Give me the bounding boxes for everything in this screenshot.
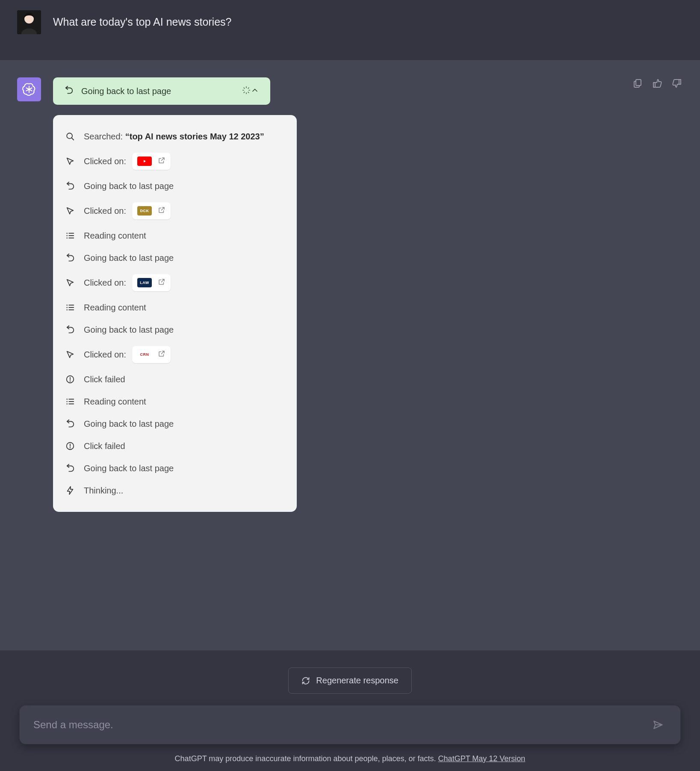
browsing-status-pill[interactable]: Going back to last page [53, 77, 270, 105]
svg-point-32 [67, 402, 67, 402]
back-arrow-icon [64, 86, 74, 97]
openai-logo-icon [21, 82, 37, 97]
disclaimer-text: ChatGPT may produce inaccurate informati… [175, 754, 438, 763]
external-link-icon [158, 155, 165, 167]
svg-marker-12 [144, 160, 146, 162]
lightning-icon [64, 486, 76, 495]
spinner-icon [242, 86, 251, 97]
browsing-step-read: Reading content [64, 296, 286, 319]
browsing-steps-panel: Searched: “top AI news stories May 12 20… [53, 115, 297, 512]
message-input-container[interactable] [20, 706, 680, 744]
assistant-message-row: Going back to last page Searched: “top A… [0, 60, 700, 650]
browsing-step-read: Reading content [64, 390, 286, 413]
chevron-up-icon [251, 86, 259, 97]
svg-point-16 [67, 233, 67, 233]
thumbs-up-button[interactable] [651, 77, 663, 89]
svg-point-17 [67, 236, 67, 236]
cursor-icon [64, 278, 76, 287]
thumbs-down-button[interactable] [671, 77, 683, 89]
browsing-step-search: Searched: “top AI news stories May 12 20… [64, 125, 286, 148]
browsing-step-back: Going back to last page [64, 457, 286, 479]
back-arrow-icon [64, 181, 76, 191]
regenerate-label: Regenerate response [316, 676, 398, 685]
browsing-step-read: Reading content [64, 225, 286, 247]
back-arrow-icon [64, 464, 76, 473]
cursor-icon [64, 157, 76, 166]
copy-button[interactable] [632, 77, 644, 89]
step-text: Going back to last page [84, 252, 174, 264]
regenerate-response-button[interactable]: Regenerate response [288, 668, 411, 694]
browsing-step-click: Clicked on:CRN [64, 341, 286, 368]
send-icon [653, 719, 664, 730]
alert-circle-icon [64, 375, 76, 384]
svg-rect-37 [636, 80, 641, 86]
user-avatar-image [17, 10, 41, 34]
step-text: Going back to last page [84, 418, 174, 430]
browsing-step-back: Going back to last page [64, 247, 286, 269]
step-text: Searched: “top AI news stories May 12 20… [84, 130, 264, 142]
svg-line-9 [248, 88, 249, 89]
svg-point-22 [67, 305, 67, 305]
svg-point-24 [67, 310, 67, 310]
svg-point-27 [70, 381, 71, 381]
browsing-step-click: Clicked on:DCK [64, 197, 286, 225]
disclaimer: ChatGPT may produce inaccurate informati… [20, 754, 680, 763]
cursor-icon [64, 206, 76, 216]
step-text: Click failed [84, 373, 125, 385]
back-arrow-icon [64, 253, 76, 263]
step-text: Going back to last page [84, 180, 174, 192]
external-link-icon [158, 205, 165, 217]
svg-point-23 [67, 307, 67, 308]
svg-line-4 [244, 88, 245, 89]
svg-line-5 [248, 92, 249, 93]
disclaimer-version-link[interactable]: ChatGPT May 12 Version [438, 754, 526, 763]
step-text: Click failed [84, 440, 125, 452]
step-text: Clicked on: [84, 155, 126, 167]
step-text: Clicked on: [84, 349, 126, 360]
status-pill-text: Going back to last page [81, 86, 242, 96]
browsing-step-fail: Click failed [64, 368, 286, 390]
browsing-step-back: Going back to last page [64, 413, 286, 435]
assistant-content: Going back to last page Searched: “top A… [53, 77, 301, 512]
back-arrow-icon [64, 325, 76, 334]
browsing-step-click: Clicked on:LAW [64, 269, 286, 296]
source-link-chip[interactable] [132, 153, 171, 170]
browsing-step-click: Clicked on: [64, 148, 286, 175]
footer: Regenerate response ChatGPT may produce … [0, 650, 700, 771]
svg-point-36 [70, 448, 71, 448]
alert-circle-icon [64, 441, 76, 451]
step-text: Going back to last page [84, 462, 174, 474]
step-text: Clicked on: [84, 277, 126, 289]
svg-line-8 [244, 92, 245, 93]
back-arrow-icon [64, 419, 76, 428]
assistant-avatar [17, 77, 41, 101]
svg-point-18 [67, 238, 67, 238]
browsing-step-back: Going back to last page [64, 175, 286, 197]
svg-point-33 [67, 404, 67, 404]
browsing-step-back: Going back to last page [64, 319, 286, 341]
step-text: Going back to last page [84, 324, 174, 336]
source-link-chip[interactable]: LAW [132, 274, 171, 291]
search-icon [64, 132, 76, 141]
source-link-chip[interactable]: DCK [132, 202, 171, 219]
step-text: Clicked on: [84, 205, 126, 217]
svg-line-11 [71, 138, 74, 140]
user-prompt-text: What are today's top AI news stories? [53, 10, 231, 30]
svg-point-31 [67, 399, 67, 399]
step-text: Reading content [84, 301, 146, 313]
step-text: Thinking... [84, 484, 123, 496]
refresh-icon [301, 676, 310, 685]
external-link-icon [158, 277, 165, 289]
browsing-step-think: Thinking... [64, 479, 286, 502]
step-text: Reading content [84, 230, 146, 242]
source-link-chip[interactable]: CRN [132, 346, 171, 363]
feedback-button-group [632, 77, 683, 89]
user-avatar [17, 10, 41, 34]
browsing-step-fail: Click failed [64, 435, 286, 457]
message-input[interactable] [33, 719, 650, 731]
external-link-icon [158, 349, 165, 360]
user-message-row: What are today's top AI news stories? [0, 0, 700, 60]
step-text: Reading content [84, 396, 146, 408]
send-button[interactable] [650, 716, 667, 733]
cursor-icon [64, 350, 76, 359]
